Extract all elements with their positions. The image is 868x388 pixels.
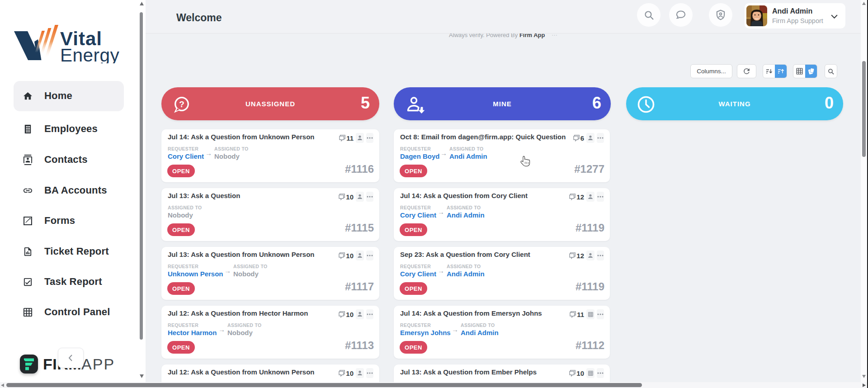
svg-text:Energy: Energy [60, 45, 120, 63]
